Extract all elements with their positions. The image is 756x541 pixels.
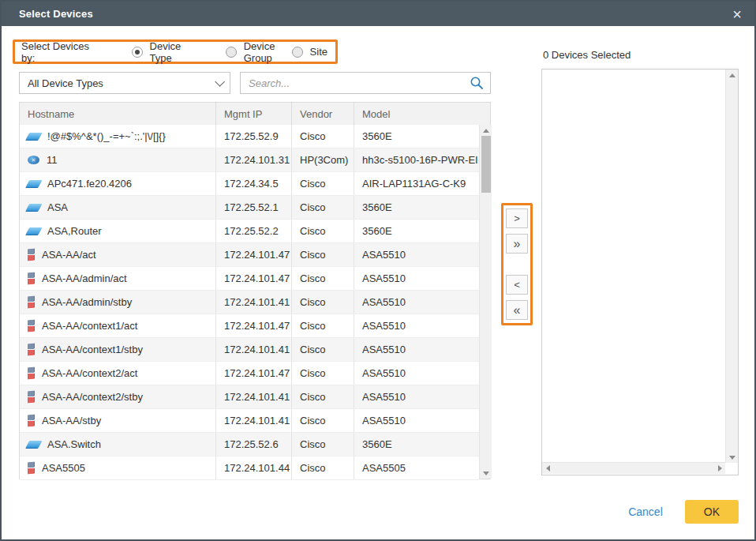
mgmt-ip-cell: 172.24.101.47 xyxy=(216,267,292,290)
radio-circle-icon[interactable] xyxy=(226,47,237,58)
radio-circle-icon[interactable] xyxy=(292,47,303,58)
vendor-cell: Cisco xyxy=(292,456,354,479)
table-row[interactable]: ASA-AA/context1/act172.24.101.47CiscoASA… xyxy=(20,314,479,338)
model-cell: ASA5510 xyxy=(354,267,479,290)
column-header-model[interactable]: Model xyxy=(354,103,477,125)
radio-circle-icon[interactable] xyxy=(132,47,143,58)
table-row[interactable]: ASA.Switch172.25.52.6Cisco3560E xyxy=(20,433,479,456)
table-row[interactable]: ASA-AA/admin/stby172.24.101.41CiscoASA55… xyxy=(20,291,479,314)
search-icon[interactable] xyxy=(470,76,484,90)
model-cell: 3560E xyxy=(354,196,479,219)
switch-icon xyxy=(26,180,43,187)
scrollbar-thumb[interactable] xyxy=(481,136,491,193)
ok-button[interactable]: OK xyxy=(685,500,739,524)
table-row[interactable]: ASA-AA/context1/stby172.24.101.41CiscoAS… xyxy=(20,338,479,362)
mgmt-ip-cell: 172.24.101.41 xyxy=(216,385,292,408)
mgmt-ip-cell: 172.25.52.2 xyxy=(216,220,292,242)
search-box xyxy=(240,72,491,94)
hostname-cell: ASA-AA/context2/act xyxy=(20,362,216,385)
table-row[interactable]: ASA172.25.52.1Cisco3560E xyxy=(20,196,479,220)
scroll-left-icon[interactable] xyxy=(542,463,553,474)
hostname-cell: ASA-AA/admin/stby xyxy=(20,291,216,314)
table-row[interactable]: ASA-AA/admin/act172.24.101.47CiscoASA551… xyxy=(20,267,479,291)
hostname-cell: ASA-AA/admin/act xyxy=(20,267,216,290)
table-row[interactable]: ASA,Router172.25.52.2Cisco3560E xyxy=(20,220,479,243)
hostname-cell: ASA.Switch xyxy=(20,433,216,456)
model-cell: ASA5510 xyxy=(354,314,479,337)
vendor-cell: Cisco xyxy=(292,362,354,385)
firewall-icon xyxy=(28,462,35,475)
hostname-cell: ASA-AA/stby xyxy=(20,409,216,432)
table-row[interactable]: APc471.fe20.4206172.24.34.5CiscoAIR-LAP1… xyxy=(20,172,479,196)
model-cell: AIR-LAP1131AG-C-K9 xyxy=(354,172,479,195)
radio-site-label: Site xyxy=(310,46,327,58)
hostname-cell: 11 xyxy=(20,148,216,171)
hostname-cell: ASA5505 xyxy=(20,456,216,479)
scroll-down-icon[interactable] xyxy=(726,452,738,463)
vendor-cell: Cisco xyxy=(292,291,354,314)
vendor-cell: Cisco xyxy=(292,409,354,432)
switch-icon xyxy=(26,227,43,235)
mgmt-ip-cell: 172.24.101.47 xyxy=(216,314,292,337)
selected-devices-list[interactable] xyxy=(541,69,739,475)
vendor-cell: Cisco xyxy=(292,338,354,361)
mgmt-ip-cell: 172.24.34.5 xyxy=(216,172,292,195)
vendor-cell: Cisco xyxy=(292,243,354,266)
model-cell: ASA5510 xyxy=(354,243,479,266)
model-cell: ASA5510 xyxy=(354,291,479,314)
mgmt-ip-cell: 172.24.101.41 xyxy=(216,338,292,361)
vendor-cell: Cisco xyxy=(292,196,354,219)
table-row[interactable]: ASA-AA/stby172.24.101.41CiscoASA5510 xyxy=(20,409,479,433)
switch-icon xyxy=(26,204,43,211)
model-cell: ASA5510 xyxy=(354,362,479,385)
selected-vertical-scrollbar[interactable] xyxy=(725,70,738,463)
firewall-icon xyxy=(28,344,35,356)
vendor-cell: Cisco xyxy=(292,125,354,148)
switch-icon xyxy=(26,441,43,448)
device-table-body: !@#$%^&*()_-=+~`:;.'|\/[]{}172.25.52.9Ci… xyxy=(20,125,479,479)
table-row[interactable]: !@#$%^&*()_-=+~`:;.'|\/[]{}172.25.52.9Ci… xyxy=(20,125,479,148)
column-header-hostname[interactable]: Hostname xyxy=(20,103,216,125)
device-table-header: Hostname Mgmt IP Vendor Model xyxy=(20,103,490,125)
mgmt-ip-cell: 172.24.101.47 xyxy=(216,243,292,266)
firewall-icon xyxy=(28,296,35,309)
search-input[interactable] xyxy=(249,77,470,89)
chevron-down-icon xyxy=(215,77,225,87)
table-row[interactable]: ASA-AA/context2/stby172.24.101.41CiscoAS… xyxy=(20,385,479,409)
dialog-footer: Cancel OK xyxy=(628,500,739,524)
mgmt-ip-cell: 172.24.101.44 xyxy=(216,456,292,479)
add-all-button[interactable]: » xyxy=(506,234,528,254)
firewall-icon xyxy=(28,367,35,380)
close-icon[interactable]: × xyxy=(729,6,745,22)
column-header-vendor[interactable]: Vendor xyxy=(292,103,354,125)
scroll-down-icon[interactable] xyxy=(480,468,492,479)
table-row[interactable]: ASA5505172.24.101.44CiscoASA5505 xyxy=(20,456,479,480)
scroll-up-icon[interactable] xyxy=(480,125,492,136)
remove-selected-button[interactable]: < xyxy=(506,275,528,295)
radio-site[interactable]: Site xyxy=(292,46,327,58)
devices-selected-count: 0 Devices Selected xyxy=(543,49,631,61)
device-type-dropdown[interactable]: All Device Types xyxy=(19,72,230,94)
scroll-right-icon[interactable] xyxy=(714,463,725,474)
remove-all-button[interactable]: « xyxy=(506,300,528,320)
scroll-up-icon[interactable] xyxy=(726,70,738,81)
device-table: Hostname Mgmt IP Vendor Model !@#$%^&*()… xyxy=(19,102,491,479)
vendor-cell: Cisco xyxy=(292,220,354,242)
model-cell: 3560E xyxy=(354,433,479,456)
dialog-title: Select Devices xyxy=(19,8,93,20)
select-devices-by-group: Select Devices by: Device Type Device Gr… xyxy=(13,39,338,64)
cancel-button[interactable]: Cancel xyxy=(628,505,663,518)
table-row[interactable]: ASA-AA/context2/act172.24.101.47CiscoASA… xyxy=(20,362,479,385)
selected-horizontal-scrollbar[interactable] xyxy=(542,462,725,474)
firewall-icon xyxy=(28,415,35,427)
table-row[interactable]: ASA-AA/act172.24.101.47CiscoASA5510 xyxy=(20,243,479,267)
add-selected-button[interactable]: > xyxy=(506,209,528,228)
table-vertical-scrollbar[interactable] xyxy=(479,125,492,479)
radio-device-group[interactable]: Device Group xyxy=(226,40,292,64)
model-cell: hh3c-s5100-16P-PWR-EI xyxy=(354,148,479,171)
table-row[interactable]: 11172.24.101.31HP(3Com)hh3c-s5100-16P-PW… xyxy=(20,148,479,172)
column-header-mgmt-ip[interactable]: Mgmt IP xyxy=(216,103,292,125)
radio-device-type[interactable]: Device Type xyxy=(132,40,193,64)
select-devices-by-label: Select Devices by: xyxy=(21,40,91,64)
mgmt-ip-cell: 172.25.52.6 xyxy=(216,433,292,456)
